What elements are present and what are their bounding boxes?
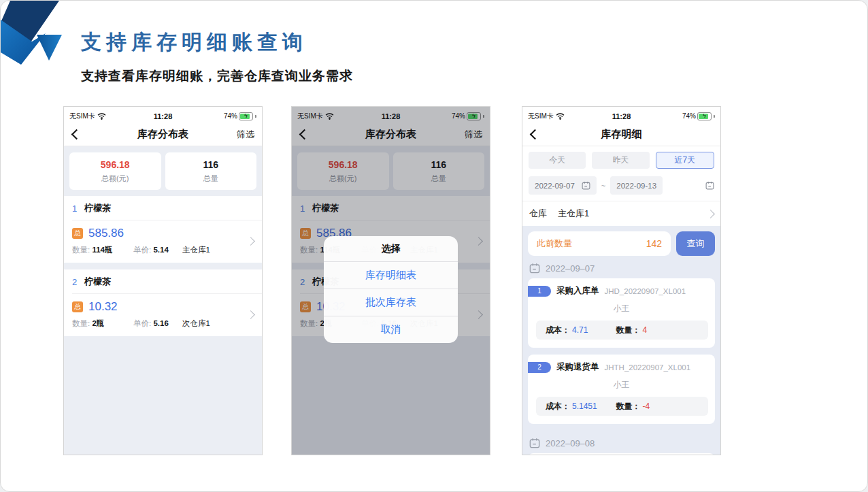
item-amount: 585.86 (88, 227, 124, 240)
dialog-title: 选择 (324, 236, 458, 261)
stock-item-row[interactable]: 2 柠檬茶 总 10.32 数量: 2瓶 单价: 5.16 次仓库1 (64, 269, 262, 336)
cost-value: 5.1451 (572, 401, 597, 411)
calendar-icon (582, 181, 590, 190)
dialog-option-batch-inventory[interactable]: 批次库存表 (324, 289, 458, 316)
total-qty-card: 116 总量 (165, 152, 257, 190)
entry-operator: 小王 (528, 379, 715, 391)
total-amount-label: 总额(元) (101, 174, 129, 184)
select-dialog: 选择 库存明细表 批次库存表 取消 (324, 236, 458, 343)
warehouse-selector-row[interactable]: 仓库 主仓库1 (522, 201, 720, 226)
status-bar: 无SIM卡 11:28 74% ϟ (64, 107, 262, 123)
calendar-icon (529, 263, 540, 274)
total-amount-card: 596.18 总额(元) (69, 152, 161, 190)
summary-cards: 596.18 总额(元) 116 总量 (64, 146, 262, 196)
qty-value: 4 (643, 325, 648, 335)
qty-label: 数量: (72, 319, 90, 327)
previous-qty-value: 142 (646, 238, 662, 249)
qty-value: -4 (643, 401, 650, 411)
chevron-right-icon[interactable] (246, 237, 255, 246)
cost-label: 成本： (546, 325, 570, 336)
qty-label: 数量: (72, 246, 90, 254)
slide: 支持库存明细账查询 支持查看库存明细账，完善仓库查询业务需求 无SIM卡 11:… (0, 0, 868, 492)
entry-order-number: JHTH_20220907_XL001 (605, 363, 691, 372)
calendar-icon (529, 438, 540, 448)
previous-qty-field: 此前数量 142 (528, 231, 671, 256)
battery-charging-icon: ϟ (239, 112, 253, 120)
phone-screenshot-distribution: 无SIM卡 11:28 74% ϟ (63, 106, 263, 455)
group-date: 2022–09–08 (546, 438, 595, 448)
ledger-entry-card[interactable]: 3 采购入库单 JHD_20220908_XL001 (528, 453, 715, 455)
ledger-entry-card[interactable]: 1 采购入库单 JHD_20220907_XL001 小王 成本：4.71 数量… (528, 278, 715, 348)
phone-screenshot-dialog: 无SIM卡 11:28 74% ϟ (291, 106, 490, 455)
warehouse-name: 次仓库1 (182, 318, 210, 329)
detail-body: 此前数量 142 查询 2022–09–07 1 采购入库单 JHD_20 (522, 226, 720, 455)
phone-screenshot-detail: 无SIM卡 11:28 74% ϟ (522, 106, 721, 455)
item-name: 柠檬茶 (84, 202, 111, 214)
nav-title: 库存分布表 (64, 128, 262, 141)
entry-stats-bar: 成本：5.1451 数量：-4 (536, 397, 708, 416)
warehouse-name: 主仓库1 (182, 245, 210, 255)
date-range-row: 2022-09-07 ~ 2022-09-13 (522, 172, 720, 201)
date-to-field[interactable]: 2022-09-13 (610, 176, 663, 195)
chevron-right-icon (706, 210, 715, 218)
price-label: 单价: (133, 319, 151, 327)
qty-value: 2瓶 (92, 319, 104, 327)
dialog-cancel-button[interactable]: 取消 (324, 316, 458, 343)
price-value: 5.14 (153, 246, 168, 254)
chevron-right-icon[interactable] (246, 310, 255, 319)
tab-yesterday[interactable]: 昨天 (592, 152, 649, 169)
group-date: 2022–09–07 (546, 263, 595, 274)
date-to-value: 2022-09-13 (616, 182, 656, 190)
item-index: 1 (72, 203, 77, 214)
qty-label: 数量： (616, 401, 641, 412)
total-qty-value: 116 (203, 159, 218, 170)
entry-index-badge: 1 (528, 286, 551, 297)
page-title: 支持库存明细账查询 (81, 29, 307, 56)
nav-title: 库存明细 (522, 128, 720, 141)
previous-qty-label: 此前数量 (537, 237, 572, 250)
total-amount-value: 596.18 (101, 159, 130, 170)
total-qty-label: 总量 (203, 174, 218, 184)
title-arrow-triangle (37, 35, 62, 61)
battery-percent: 74% (224, 112, 237, 120)
item-amount: 10.32 (88, 300, 118, 314)
ledger-entry-card[interactable]: 2 采购退货单 JHTH_20220907_XL001 小王 成本：5.1451… (528, 355, 715, 424)
date-range-tabs: 今天 昨天 近7天 (522, 146, 720, 172)
tab-today[interactable]: 今天 (529, 152, 586, 169)
battery-charging-icon: ϟ (697, 112, 712, 120)
date-group-header: 2022–09–08 (528, 431, 715, 453)
price-label: 单价: (133, 246, 151, 254)
warehouse-selected-value: 主仓库1 (558, 208, 589, 220)
date-from-field[interactable]: 2022-09-07 (529, 176, 597, 195)
entry-operator: 小王 (528, 303, 715, 314)
cost-label: 成本： (546, 401, 570, 412)
date-tilde: ~ (601, 182, 605, 190)
entry-index-badge: 2 (528, 362, 551, 373)
item-index: 2 (72, 277, 77, 287)
qty-value: 114瓶 (92, 246, 112, 254)
total-badge-icon: 总 (72, 228, 83, 239)
cost-value: 4.71 (572, 325, 588, 335)
item-name: 柠檬茶 (84, 276, 111, 288)
total-badge-icon: 总 (72, 301, 83, 312)
battery-percent: 74% (682, 112, 696, 120)
dialog-option-inventory-detail[interactable]: 库存明细表 (324, 261, 458, 289)
entry-type: 采购入库单 (556, 285, 599, 297)
stock-item-row[interactable]: 1 柠檬茶 总 585.86 数量: 114瓶 单价: 5.14 主仓库1 (64, 196, 262, 263)
page-subtitle: 支持查看库存明细账，完善仓库查询业务需求 (81, 67, 353, 85)
entry-stats-bar: 成本：4.71 数量：4 (536, 321, 708, 340)
qty-label: 数量： (616, 325, 641, 336)
nav-bar: 库存分布表 筛选 (64, 123, 262, 146)
filter-button[interactable]: 筛选 (237, 129, 254, 141)
date-group-header: 2022–09–07 (528, 256, 715, 278)
price-value: 5.16 (153, 319, 168, 327)
status-bar: 无SIM卡 11:28 74% ϟ (522, 107, 720, 123)
date-from-value: 2022-09-07 (535, 182, 575, 190)
nav-bar: 库存明细 (522, 123, 720, 146)
calendar-icon[interactable] (705, 181, 714, 190)
entry-type: 采购退货单 (556, 361, 599, 373)
query-button[interactable]: 查询 (676, 231, 715, 256)
distribution-body: 596.18 总额(元) 116 总量 1 柠檬茶 (64, 146, 262, 455)
tab-last-7-days[interactable]: 近7天 (656, 152, 714, 169)
warehouse-label: 仓库 (529, 208, 547, 220)
